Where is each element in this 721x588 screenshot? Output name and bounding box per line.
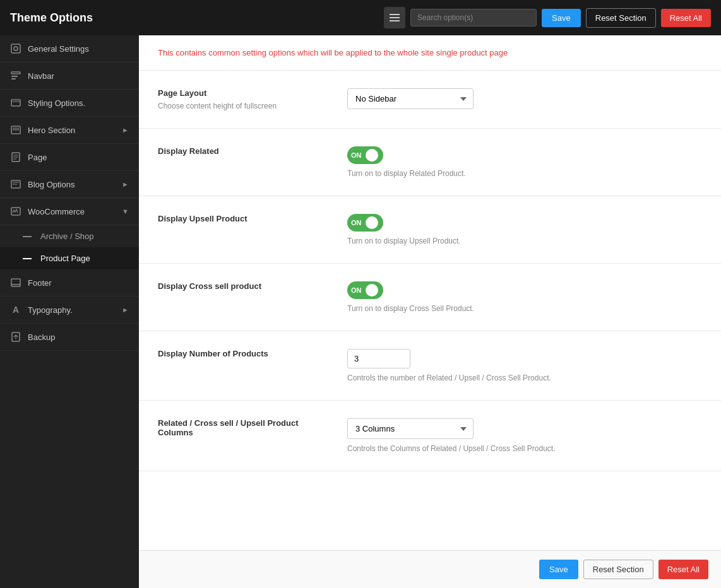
chevron-right-icon-typo: ►	[122, 306, 129, 314]
label-col-columns: Related / Cross sell / Upsell Product Co…	[158, 418, 322, 441]
toggle-crosssell[interactable]: ON	[347, 281, 383, 299]
sidebar-item-general-settings[interactable]: General Settings	[0, 35, 139, 62]
content-area: This contains common setting options whi…	[139, 35, 721, 588]
toggle-related[interactable]: ON	[347, 146, 383, 164]
chevron-right-icon: ►	[122, 126, 129, 134]
toggle-desc-crosssell: Turn on to display Cross Sell Product.	[347, 304, 702, 313]
styling-icon	[10, 97, 21, 109]
svg-point-4	[14, 47, 18, 50]
svg-rect-8	[11, 100, 20, 106]
section-display-number: Display Number of Products Controls the …	[139, 331, 721, 401]
header-controls: Save Reset Section Reset All	[384, 7, 711, 28]
backup-icon	[10, 331, 21, 343]
section-related-columns: Related / Cross sell / Upsell Product Co…	[139, 401, 721, 471]
svg-rect-20	[11, 279, 20, 286]
toggle-label-related: ON	[351, 151, 362, 159]
number-desc: Controls the number of Related / Upsell …	[347, 373, 702, 382]
svg-rect-3	[11, 44, 20, 53]
section-display-crosssell: Display Cross sell product ON Turn on to…	[139, 264, 721, 331]
sidebar-label-styling: Styling Options.	[28, 98, 85, 108]
toggle-label-crosssell: ON	[351, 286, 362, 294]
typo-icon: A	[10, 304, 21, 315]
toggle-circle-crosssell	[366, 284, 378, 297]
footer-reset-all-button[interactable]: Reset All	[658, 560, 708, 579]
header: Theme Options Save Reset Section Reset A…	[0, 0, 721, 35]
app-title: Theme Options	[10, 11, 384, 25]
settings-icon	[10, 43, 21, 54]
menu-icon-button[interactable]	[384, 7, 405, 28]
columns-desc: Controls the Columns of Related / Upsell…	[347, 444, 702, 453]
sidebar-label-woo: WooCommerce	[28, 207, 85, 216]
svg-rect-0	[390, 14, 400, 15]
label-col-number: Display Number of Products	[158, 349, 322, 362]
sidebar-item-backup[interactable]: Backup	[0, 324, 139, 351]
toggle-wrap-related: ON	[347, 146, 702, 164]
sidebar-label-page: Page	[28, 153, 47, 162]
label-number: Display Number of Products	[158, 349, 322, 358]
sidebar-item-footer[interactable]: Footer	[0, 269, 139, 297]
toggle-upsell[interactable]: ON	[347, 214, 383, 232]
control-col-related: ON Turn on to display Related Product.	[347, 146, 702, 178]
label-upsell: Display Upsell Product	[158, 214, 322, 223]
sidebar-label-backup: Backup	[28, 332, 55, 342]
sidebar-item-styling[interactable]: Styling Options.	[0, 90, 139, 117]
sidebar-label-hero: Hero Section	[28, 126, 75, 135]
svg-rect-1	[390, 17, 400, 18]
section-display-related: Display Related ON Turn on to display Re…	[139, 129, 721, 196]
section-display-upsell: Display Upsell Product ON Turn on to dis…	[139, 196, 721, 264]
columns-select[interactable]: 1 Column 2 Columns 3 Columns 4 Columns	[347, 418, 474, 439]
svg-rect-5	[11, 72, 20, 74]
sidebar-item-product-page[interactable]: Product Page	[0, 247, 139, 269]
number-input-products[interactable]	[347, 349, 410, 368]
toggle-desc-upsell: Turn on to display Upsell Product.	[347, 237, 702, 245]
toggle-circle-related	[366, 149, 378, 162]
footer-icon	[10, 277, 21, 288]
blog-icon	[10, 179, 21, 190]
chevron-right-icon-blog: ►	[122, 180, 129, 188]
control-col-crosssell: ON Turn on to display Cross Sell Product…	[347, 281, 702, 313]
label-page-layout: Page Layout	[158, 88, 322, 98]
footer-reset-section-button[interactable]: Reset Section	[583, 560, 653, 579]
toggle-desc-related: Turn on to display Related Product.	[347, 169, 702, 178]
reset-all-button[interactable]: Reset All	[661, 9, 711, 27]
sidebar-label-general: General Settings	[28, 44, 89, 54]
sidebar-item-typography[interactable]: A Typography. ►	[0, 297, 139, 324]
label-col-page-layout: Page Layout Choose content height of ful…	[158, 88, 322, 110]
info-highlight: common setting options which will be app…	[208, 48, 508, 57]
search-input[interactable]	[410, 9, 537, 26]
sidebar-label-footer: Footer	[28, 278, 52, 288]
sidebar-label-archive: Archive / Shop	[40, 232, 94, 241]
control-col-number: Controls the number of Related / Upsell …	[347, 349, 702, 382]
svg-rect-6	[11, 76, 18, 77]
main-layout: General Settings Navbar Styling Options.…	[0, 35, 721, 588]
label-col-related: Display Related	[158, 146, 322, 160]
sidebar-item-hero[interactable]: Hero Section ►	[0, 117, 139, 144]
navbar-icon	[10, 70, 21, 81]
sidebar: General Settings Navbar Styling Options.…	[0, 35, 139, 588]
sidebar-label-product: Product Page	[40, 254, 90, 263]
content-inner: This contains common setting options whi…	[139, 35, 721, 550]
info-bar: This contains common setting options whi…	[139, 35, 721, 71]
info-text-before: This contains	[158, 48, 208, 57]
sidebar-label-navbar: Navbar	[28, 71, 54, 81]
sidebar-item-archive-shop[interactable]: Archive / Shop	[0, 225, 139, 247]
sidebar-item-woocommerce[interactable]: WooCommerce ▼	[0, 198, 139, 225]
save-button[interactable]: Save	[542, 9, 581, 27]
toggle-circle-upsell	[366, 216, 378, 229]
toggle-wrap-upsell: ON	[347, 214, 702, 232]
control-col-columns: 1 Column 2 Columns 3 Columns 4 Columns C…	[347, 418, 702, 453]
reset-section-button[interactable]: Reset Section	[586, 8, 656, 28]
footer-bar: Save Reset Section Reset All	[139, 550, 721, 588]
dash-icon-archive	[23, 236, 32, 237]
control-col-upsell: ON Turn on to display Upsell Product.	[347, 214, 702, 245]
label-related: Display Related	[158, 146, 322, 156]
sidebar-item-blog[interactable]: Blog Options ►	[0, 171, 139, 198]
svg-rect-11	[13, 127, 19, 131]
svg-rect-2	[390, 20, 400, 21]
sidebar-item-page[interactable]: Page	[0, 144, 139, 171]
svg-rect-7	[11, 78, 16, 79]
footer-save-button[interactable]: Save	[539, 560, 578, 579]
page-layout-select[interactable]: No Sidebar Left Sidebar Right Sidebar Fu…	[347, 88, 474, 109]
sidebar-item-navbar[interactable]: Navbar	[0, 62, 139, 90]
woo-icon	[10, 206, 21, 217]
